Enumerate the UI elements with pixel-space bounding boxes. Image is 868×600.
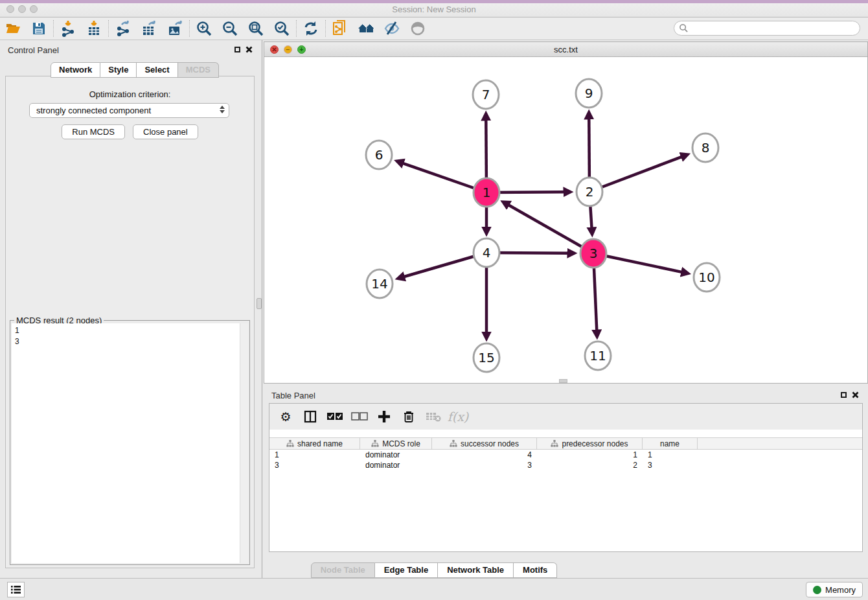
table-cell[interactable]: 1 (643, 450, 698, 460)
tab-network-table[interactable]: Network Table (438, 562, 514, 578)
export-network-icon[interactable] (110, 19, 136, 38)
column-header-predecessor-nodes[interactable]: predecessor nodes (537, 438, 643, 449)
float-table-panel-icon[interactable] (841, 392, 847, 398)
zoom-in-icon[interactable] (191, 19, 217, 38)
control-panel-title: Control Panel (8, 45, 59, 55)
table-cell[interactable]: 3 (643, 460, 698, 470)
table-cell[interactable]: 1 (537, 450, 643, 460)
table-cell[interactable]: 3 (269, 460, 360, 470)
table-cell[interactable]: 4 (432, 450, 537, 460)
app-titlebar: Session: New Session (0, 0, 868, 17)
criterion-dropdown-value: strongly connected component (36, 106, 151, 115)
column-header-name[interactable]: name (643, 438, 698, 449)
show-selected-eye-icon[interactable] (405, 19, 431, 38)
main-toolbar (0, 17, 868, 40)
tab-node-table[interactable]: Node Table (311, 562, 375, 578)
export-image-icon[interactable] (162, 19, 188, 38)
memory-status-dot-icon (813, 586, 821, 594)
graph-node-label-9: 9 (585, 86, 593, 101)
memory-button-label: Memory (825, 585, 856, 595)
titlebar-accent (0, 0, 868, 3)
open-folder-icon[interactable] (0, 19, 26, 38)
tab-mcds[interactable]: MCDS (178, 62, 219, 78)
tab-network[interactable]: Network (51, 62, 100, 78)
zoom-fit-icon[interactable] (243, 19, 269, 38)
column-header-MCDS-role[interactable]: MCDS role (360, 438, 432, 449)
delete-column-trash-icon[interactable] (398, 407, 420, 426)
graph-edge-2-8[interactable] (589, 157, 681, 192)
table-cell[interactable]: dominator (360, 450, 432, 460)
import-table-icon[interactable] (81, 19, 107, 38)
close-panel-icon[interactable] (246, 46, 253, 53)
memory-button[interactable]: Memory (806, 582, 863, 597)
criterion-dropdown[interactable]: strongly connected component (29, 103, 229, 118)
graph-node-label-8: 8 (702, 140, 710, 156)
table-row[interactable]: 3dominator323 (269, 460, 862, 470)
control-panel-header: Control Panel (0, 40, 262, 60)
task-history-button[interactable] (7, 582, 25, 597)
panel-divider-grip[interactable] (257, 298, 262, 309)
graph-edge-3-1[interactable] (508, 205, 593, 253)
search-field[interactable] (674, 21, 860, 36)
table-panel-header: Table Panel (264, 386, 868, 402)
graph-node-label-15: 15 (478, 350, 494, 365)
export-table-icon[interactable] (136, 19, 162, 38)
deselect-all-checkboxes-icon[interactable] (348, 407, 371, 426)
float-panel-icon[interactable] (234, 47, 240, 52)
mcds-panel: Optimization criterion: strongly connect… (5, 76, 255, 568)
hide-selected-eye-icon[interactable] (379, 19, 405, 38)
canvas-resize-grip[interactable] (559, 379, 567, 383)
node-table: shared nameMCDS rolesuccessor nodesprede… (269, 437, 862, 470)
search-icon (679, 23, 689, 33)
network-canvas[interactable]: 1234678910111415 (264, 57, 867, 383)
function-builder-icon[interactable]: f(x) (447, 407, 469, 426)
save-icon[interactable] (26, 19, 52, 38)
tab-edge-table[interactable]: Edge Table (375, 562, 438, 578)
column-header-successor-nodes[interactable]: successor nodes (432, 438, 537, 449)
table-cell[interactable]: dominator (360, 460, 432, 470)
table-cell[interactable]: 1 (269, 450, 360, 460)
graph-node-label-14: 14 (371, 276, 387, 292)
mcds-result-list[interactable]: 1 3 (12, 323, 240, 563)
toolbar-separator (53, 20, 54, 37)
network-window-titlebar[interactable]: ✕ − + scc.txt (264, 42, 867, 57)
table-panel-title: Table Panel (271, 391, 315, 400)
network-graph: 1234678910111415 (264, 57, 867, 383)
table-row[interactable]: 1dominator411 (269, 450, 862, 460)
import-network-icon[interactable] (55, 19, 81, 38)
tab-select[interactable]: Select (137, 62, 177, 78)
close-panel-button[interactable]: Close panel (133, 124, 198, 139)
close-table-panel-icon[interactable] (852, 391, 859, 398)
graph-node-label-1: 1 (483, 185, 491, 200)
panel-divider (262, 40, 262, 578)
result-scrollbar[interactable] (240, 323, 248, 563)
network-window: ✕ − + scc.txt 1234678910111415 (264, 41, 868, 384)
table-cell[interactable]: 3 (432, 460, 537, 470)
network-window-title: scc.txt (264, 45, 867, 54)
zoom-selected-icon[interactable] (269, 19, 295, 38)
control-panel-tabs: Network Style Select MCDS (51, 62, 219, 78)
network-from-file-icon[interactable] (327, 19, 353, 38)
node-table-container: ⚙ f(x) shared nameMCDS rolesuccessor nod… (269, 403, 863, 552)
toolbar-separator (189, 20, 190, 37)
add-column-icon[interactable] (373, 407, 395, 426)
search-input[interactable] (689, 21, 860, 35)
select-all-checkboxes-icon[interactable] (324, 407, 346, 426)
column-header-shared-name[interactable]: shared name (269, 438, 360, 449)
tab-motifs[interactable]: Motifs (514, 562, 557, 578)
delete-table-icon[interactable] (422, 407, 444, 426)
dropdown-stepper-icon (220, 106, 225, 113)
show-column-icon[interactable] (299, 407, 321, 426)
zoom-out-icon[interactable] (217, 19, 243, 38)
toolbar-separator (108, 20, 109, 37)
tab-style[interactable]: Style (100, 62, 137, 78)
run-mcds-button[interactable]: Run MCDS (62, 124, 125, 139)
table-cell[interactable]: 2 (537, 460, 643, 470)
refresh-icon[interactable] (298, 19, 324, 38)
graph-node-label-11: 11 (589, 348, 606, 363)
graph-node-label-2: 2 (586, 184, 594, 200)
table-toolbar: ⚙ f(x) (269, 404, 862, 430)
home-icon[interactable] (353, 19, 379, 38)
graph-node-label-3: 3 (589, 246, 598, 261)
settings-gear-icon[interactable]: ⚙ (275, 407, 297, 426)
